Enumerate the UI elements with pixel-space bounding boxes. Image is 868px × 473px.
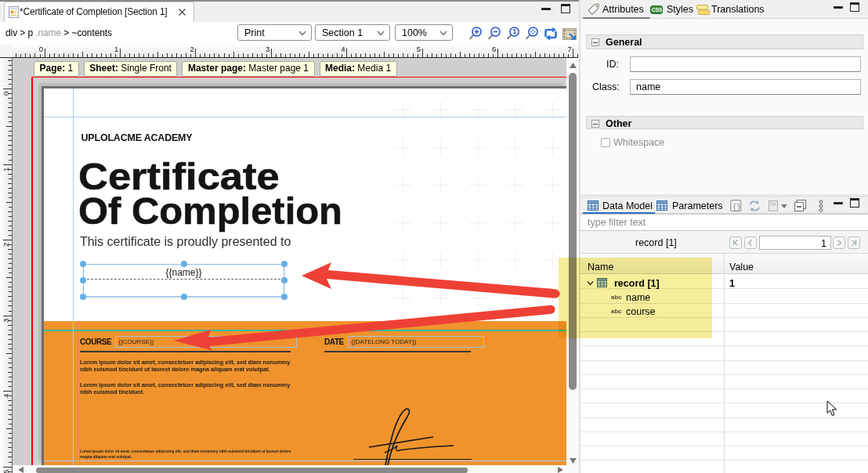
svg-text:1: 1: [513, 27, 517, 35]
svg-text:CSS: CSS: [652, 7, 663, 13]
svg-text:{}: {}: [732, 204, 741, 211]
